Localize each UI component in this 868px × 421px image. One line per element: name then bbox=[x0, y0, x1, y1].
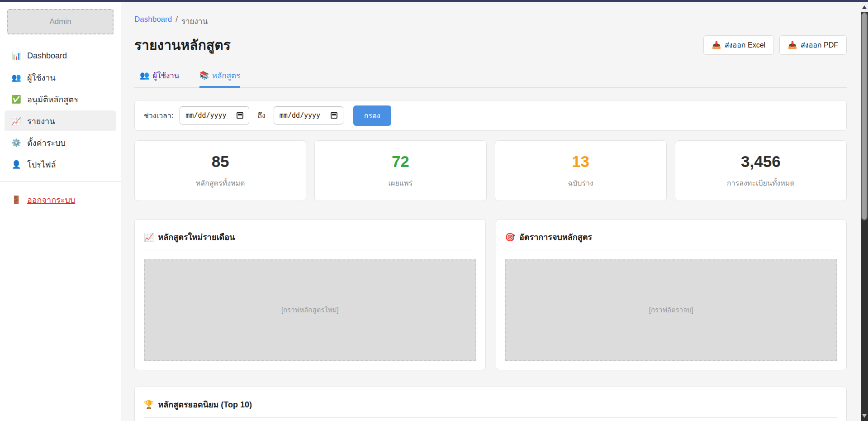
tab-courses[interactable]: 📚 หลักสูตร bbox=[199, 69, 241, 88]
new-courses-chart-placeholder: [กราฟหลักสูตรใหม่] bbox=[144, 259, 476, 361]
trend-chart-icon: 📈 bbox=[11, 116, 22, 126]
breadcrumb-separator: / bbox=[175, 15, 178, 27]
date-to-placeholder: mm/dd/yyyy bbox=[280, 111, 320, 120]
calendar-icon[interactable] bbox=[331, 112, 337, 119]
scroll-up-arrow-icon bbox=[862, 5, 867, 9]
books-icon: 📚 bbox=[199, 71, 209, 80]
main-content: Dashboard / รายงาน รายงานหลักสูตร 📥 ส่งอ… bbox=[122, 2, 861, 421]
breadcrumb: Dashboard / รายงาน bbox=[134, 15, 847, 27]
stat-label: เผยแพร่ bbox=[389, 177, 413, 189]
date-range-label: ช่วงเวลา: bbox=[144, 110, 173, 121]
report-tabs: 👥 ผู้ใช้งาน 📚 หลักสูตร bbox=[134, 69, 847, 88]
stat-label: การลงทะเบียนทั้งหมด bbox=[727, 177, 795, 189]
admin-logo-text: Admin bbox=[49, 17, 71, 26]
top-accent-bar bbox=[0, 0, 868, 2]
admin-logo-placeholder: Admin bbox=[7, 9, 114, 34]
download-tray-icon: 📥 bbox=[788, 41, 797, 49]
sidebar-item-profile[interactable]: 👤 โปรไฟล์ bbox=[5, 154, 116, 175]
sidebar-item-label: ตั้งค่าระบบ bbox=[27, 136, 66, 149]
stat-card-total-courses: 85 หลักสูตรทั้งหมด bbox=[134, 140, 306, 201]
date-from-placeholder: mm/dd/yyyy bbox=[185, 111, 226, 120]
person-icon: 👤 bbox=[11, 160, 22, 169]
filter-button[interactable]: กรอง bbox=[353, 105, 391, 126]
chart-title: หลักสูตรใหม่รายเดือน bbox=[158, 230, 235, 244]
tab-users[interactable]: 👥 ผู้ใช้งาน bbox=[140, 69, 180, 88]
page-title: รายงานหลักสูตร bbox=[134, 34, 231, 56]
sidebar-nav: 📊 Dashboard 👥 ผู้ใช้งาน ✅ อนุมัติหลักสูต… bbox=[0, 45, 121, 175]
export-excel-label: ส่งออก Excel bbox=[725, 39, 765, 51]
sidebar: Admin 📊 Dashboard 👥 ผู้ใช้งาน ✅ อนุมัติห… bbox=[0, 2, 121, 421]
target-icon: 🎯 bbox=[505, 232, 515, 242]
door-icon: 🚪 bbox=[11, 195, 22, 205]
stat-value: 72 bbox=[392, 153, 409, 171]
sidebar-item-reports[interactable]: 📈 รายงาน bbox=[5, 110, 116, 131]
scrollbar-thumb[interactable] bbox=[861, 12, 868, 220]
completion-rate-chart-panel: 🎯 อัตราการจบหลักสูตร [กราฟอัตราจบ] bbox=[496, 219, 847, 370]
stat-card-drafts: 13 ฉบับร่าง bbox=[495, 140, 667, 201]
placeholder-text: [กราฟอัตราจบ] bbox=[649, 305, 693, 316]
trend-chart-icon: 📈 bbox=[144, 232, 154, 242]
export-pdf-label: ส่งออก PDF bbox=[801, 39, 838, 51]
breadcrumb-dashboard-link[interactable]: Dashboard bbox=[134, 15, 172, 27]
stat-value: 85 bbox=[212, 153, 229, 171]
stats-row: 85 หลักสูตรทั้งหมด 72 เผยแพร่ 13 ฉบับร่า… bbox=[134, 140, 847, 201]
stat-card-published: 72 เผยแพร่ bbox=[314, 140, 486, 201]
stat-card-total-enrollments: 3,456 การลงทะเบียนทั้งหมด bbox=[675, 140, 847, 201]
sidebar-item-course-approval[interactable]: ✅ อนุมัติหลักสูตร bbox=[5, 89, 116, 110]
stat-label: ฉบับร่าง bbox=[568, 177, 593, 189]
stat-label: หลักสูตรทั้งหมด bbox=[196, 177, 245, 189]
stat-value: 13 bbox=[572, 153, 589, 171]
date-from-input[interactable]: mm/dd/yyyy bbox=[180, 106, 249, 124]
download-tray-icon: 📥 bbox=[712, 41, 721, 49]
scroll-down-arrow-icon bbox=[862, 414, 867, 418]
logout-label: ออกจากระบบ bbox=[27, 193, 75, 206]
sidebar-item-label: อนุมัติหลักสูตร bbox=[27, 93, 78, 106]
check-icon: ✅ bbox=[11, 95, 22, 104]
bar-chart-icon: 📊 bbox=[11, 51, 22, 61]
sidebar-item-label: โปรไฟล์ bbox=[27, 158, 56, 171]
gear-icon: ⚙️ bbox=[11, 138, 22, 148]
export-excel-button[interactable]: 📥 ส่งออก Excel bbox=[703, 35, 774, 55]
sidebar-item-label: Dashboard bbox=[27, 51, 67, 61]
users-icon: 👥 bbox=[140, 71, 149, 80]
tab-users-label: ผู้ใช้งาน bbox=[152, 69, 179, 81]
charts-row: 📈 หลักสูตรใหม่รายเดือน [กราฟหลักสูตรใหม่… bbox=[134, 219, 847, 370]
completion-rate-chart-placeholder: [กราฟอัตราจบ] bbox=[505, 259, 838, 361]
new-courses-chart-panel: 📈 หลักสูตรใหม่รายเดือน [กราฟหลักสูตรใหม่… bbox=[134, 219, 486, 370]
sidebar-divider bbox=[0, 181, 121, 182]
scrollbar-up-zone[interactable] bbox=[861, 2, 868, 12]
sidebar-item-dashboard[interactable]: 📊 Dashboard bbox=[5, 45, 116, 66]
chart-title: อัตราการจบหลักสูตร bbox=[519, 230, 592, 244]
scrollbar-down-zone[interactable] bbox=[861, 412, 868, 420]
vertical-scrollbar[interactable] bbox=[861, 2, 868, 421]
date-filter-bar: ช่วงเวลา: mm/dd/yyyy ถึง mm/dd/yyyy กรอง bbox=[134, 100, 847, 131]
users-icon: 👥 bbox=[11, 73, 22, 82]
date-to-input[interactable]: mm/dd/yyyy bbox=[274, 106, 343, 124]
popular-courses-title: หลักสูตรยอดนิยม (Top 10) bbox=[158, 398, 252, 411]
to-label: ถึง bbox=[257, 110, 266, 121]
popular-courses-panel: 🏆 หลักสูตรยอดนิยม (Top 10) bbox=[134, 387, 847, 421]
sidebar-item-label: ผู้ใช้งาน bbox=[27, 71, 56, 84]
logout-link[interactable]: 🚪 ออกจากระบบ bbox=[5, 189, 116, 211]
sidebar-item-label: รายงาน bbox=[27, 115, 55, 128]
placeholder-text: [กราฟหลักสูตรใหม่] bbox=[281, 305, 339, 316]
sidebar-item-system-settings[interactable]: ⚙️ ตั้งค่าระบบ bbox=[5, 132, 116, 153]
tab-courses-label: หลักสูตร bbox=[212, 69, 240, 81]
sidebar-item-users[interactable]: 👥 ผู้ใช้งาน bbox=[5, 67, 116, 88]
calendar-icon[interactable] bbox=[237, 112, 243, 119]
export-pdf-button[interactable]: 📥 ส่งออก PDF bbox=[779, 35, 847, 55]
trophy-icon: 🏆 bbox=[144, 400, 154, 410]
breadcrumb-current: รายงาน bbox=[181, 15, 208, 27]
stat-value: 3,456 bbox=[741, 153, 781, 171]
